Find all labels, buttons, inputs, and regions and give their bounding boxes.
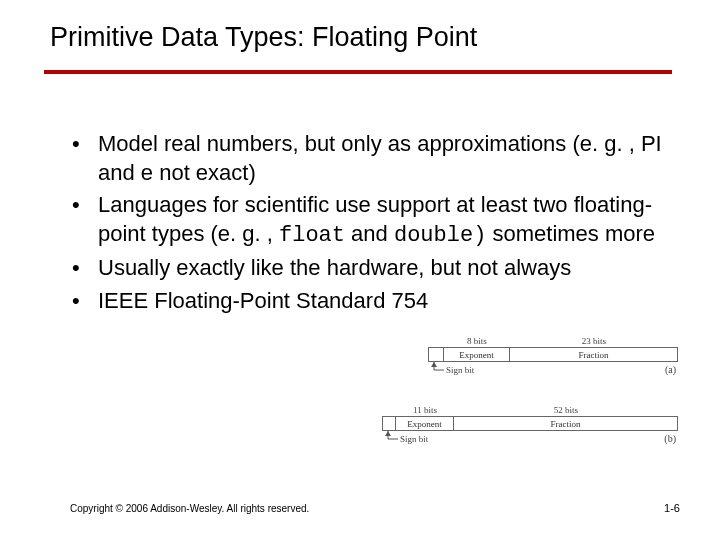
bullet-text: IEEE Floating-Point Standard 754: [98, 288, 428, 313]
ieee754-double: 11 bits 52 bits Exponent Fraction Sign b…: [382, 405, 678, 444]
bullet-text: Model real numbers, but only as approxim…: [98, 131, 662, 185]
slide: Primitive Data Types: Floating Point Mod…: [0, 0, 720, 540]
bullet-text: Usually exactly like the hardware, but n…: [98, 255, 571, 280]
copyright-footer: Copyright © 2006 Addison-Wesley. All rig…: [70, 503, 309, 514]
sign-arrow: Sign bit: [376, 431, 436, 449]
bullet-item: Model real numbers, but only as approxim…: [70, 130, 670, 187]
sign-label: Sign bit: [400, 434, 429, 444]
bits-label-exp: 8 bits: [444, 336, 510, 346]
bullet-text: and: [345, 221, 394, 246]
bullet-text: sometimes more: [486, 221, 655, 246]
sign-label: Sign bit: [446, 365, 475, 375]
sign-arrow: Sign bit: [420, 362, 480, 380]
bits-label-exp: 11 bits: [396, 405, 454, 415]
svg-marker-5: [385, 431, 391, 436]
bullet-item: IEEE Floating-Point Standard 754: [70, 287, 670, 316]
bullet-list: Model real numbers, but only as approxim…: [70, 130, 670, 316]
bits-label-frac: 52 bits: [454, 405, 678, 415]
code-float: float: [279, 223, 345, 248]
slide-title: Primitive Data Types: Floating Point: [50, 22, 477, 53]
page-number: 1-6: [664, 502, 680, 514]
title-rule: [44, 70, 672, 74]
bullet-item: Usually exactly like the hardware, but n…: [70, 254, 670, 283]
fraction-cell: Fraction: [510, 347, 678, 362]
bits-label-frac: 23 bits: [510, 336, 678, 346]
fraction-cell: Fraction: [454, 416, 678, 431]
svg-marker-2: [431, 362, 437, 367]
exponent-cell: Exponent: [396, 416, 454, 431]
sign-cell: [382, 416, 396, 431]
sign-cell: [428, 347, 444, 362]
ieee754-single: 8 bits 23 bits Exponent Fraction Sign bi…: [428, 336, 678, 375]
bullet-item: Languages for scientific use support at …: [70, 191, 670, 250]
ieee754-figure: 8 bits 23 bits Exponent Fraction Sign bi…: [374, 336, 694, 444]
slide-body: Model real numbers, but only as approxim…: [70, 130, 670, 320]
code-double: double): [394, 223, 486, 248]
exponent-cell: Exponent: [444, 347, 510, 362]
